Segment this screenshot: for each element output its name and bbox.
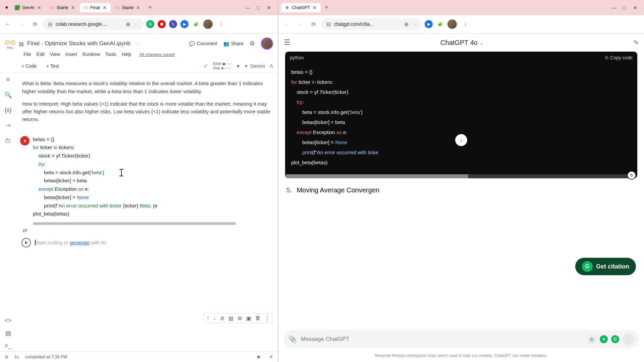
variables-icon[interactable]: {x} [4,107,11,114]
tab-starte1[interactable]: ⊙⊙ Starte ✕ [46,3,79,12]
menu-tools[interactable]: Tools [105,52,116,57]
menu-help[interactable]: Help [122,52,131,57]
move-down-icon[interactable]: ↓ [213,315,216,321]
more-icon[interactable]: ⋮ [265,315,270,321]
forward-button[interactable]: → [294,19,305,29]
tab-final[interactable]: ⊙⊙ Final ✕ [80,3,111,12]
menu-icon[interactable]: ⋮ [460,19,471,29]
maximize-icon[interactable]: □ [255,4,262,11]
back-button[interactable]: ← [3,19,13,29]
code-icon[interactable]: <> [4,317,11,324]
close-status-icon[interactable]: ✕ [269,354,273,359]
notebook-content[interactable]: What is Beta: Beta measures a stock's vo… [16,73,278,351]
toc-icon[interactable]: ≡ [6,76,10,83]
minimize-icon[interactable]: — [244,4,251,11]
url-input[interactable]: ⊟ colab.research.google.... ⊕ ☆ [43,18,144,30]
mirror-icon[interactable]: ▣ [246,315,251,321]
generate-link[interactable]: generate [70,240,90,245]
minimize-icon[interactable]: — [610,4,617,11]
resources-indicator[interactable]: RAM Disk [213,62,232,70]
close-window-icon[interactable]: ✕ [632,4,639,11]
sidebar-toggle-icon[interactable]: ☰ [284,38,290,47]
close-icon[interactable]: ✕ [70,5,76,10]
run-button[interactable] [21,238,31,247]
extensions-icon[interactable]: 🧩 [436,20,444,28]
chat-body[interactable]: python ⎘ Copy code betas = {} for ticker… [278,52,644,325]
menu-insert[interactable]: Insert [65,52,77,57]
code-cell[interactable]: ■ betas = {} for ticker in tickers: stoc… [20,135,274,219]
menu-icon[interactable]: ⋮ [216,19,227,29]
close-icon[interactable]: ✕ [102,5,107,10]
star-icon[interactable]: ☆ [135,41,140,47]
gemini-button[interactable]: ✦ Gemini [244,63,265,69]
extensions-icon[interactable]: 🧩 [192,20,200,28]
get-citation-button[interactable]: G Get citation [575,258,636,275]
ext-icon-play[interactable]: ▶ [180,20,189,28]
tabs-dropdown-icon[interactable]: ▾ [3,3,11,12]
reload-button[interactable]: ⟳ [308,19,319,29]
toggle-icon[interactable]: ⇄ [23,227,274,233]
menu-view[interactable]: View [50,52,60,57]
copy-code-button[interactable]: ⎘ Copy code [605,55,633,60]
user-avatar[interactable] [261,38,273,50]
shell-icon[interactable]: >_ [5,342,12,349]
notebook-title[interactable]: Final - Optimize Stocks with GenAI.ipynb [27,40,130,47]
scroll-down-button[interactable]: ↓ [455,134,467,146]
new-tab-button[interactable]: + [145,2,155,13]
tab-genai[interactable]: △ GenAI ✕ [11,3,45,12]
refresh-icon[interactable]: ↻ [627,171,636,180]
send-button[interactable]: ↑ [623,334,634,345]
save-status[interactable]: All changes saved [139,52,175,57]
code-body[interactable]: betas = {} for ticker in tickers: stock … [285,64,637,174]
terminal-icon[interactable]: ▤ [5,329,11,337]
zoom-icon[interactable]: ⊕ [403,21,409,27]
dropdown-icon[interactable]: ▾ [237,63,239,69]
attach-icon[interactable]: 📎 [288,335,297,343]
maximize-icon[interactable]: □ [621,4,628,11]
chat-input[interactable] [301,336,583,343]
tab-chatgpt[interactable]: ⊛ ChatGPT ✕ [281,3,321,12]
ext-icon-blue[interactable]: 𝕏 [169,20,177,28]
adblock-icon[interactable]: ⬢ [158,20,166,28]
files-icon[interactable]: 🗀 [5,137,11,144]
colab-logo[interactable]: ⊙⊙ PRO [5,38,15,49]
back-button[interactable]: ← [281,19,292,29]
forward-button[interactable]: → [16,19,27,29]
menu-edit[interactable]: Edit [37,52,45,57]
bookmark-star-icon[interactable]: ☆ [133,21,140,27]
add-text-button[interactable]: + Text [44,62,62,70]
close-icon[interactable]: ✕ [312,5,317,10]
stop-button[interactable]: ■ [20,136,30,145]
empty-code-cell[interactable]: Start coding or generate with AI. [20,237,274,249]
settings-icon[interactable]: ⚙ [237,315,242,321]
power-icon[interactable]: ⏻ [587,335,596,344]
secrets-icon[interactable]: ⊸ [6,122,11,129]
profile-avatar[interactable] [447,19,457,29]
site-info-icon[interactable]: ⊟ [47,21,53,27]
close-icon[interactable]: ✕ [136,5,141,10]
url-input[interactable]: ⊟ chatgpt.com/c/8a... ⊕ ☆ [321,18,422,30]
new-chat-icon[interactable]: ✎ [634,39,639,46]
site-info-icon[interactable]: ⊟ [325,21,331,27]
menu-file[interactable]: File [23,52,31,57]
profile-avatar[interactable] [203,19,213,29]
grammarly-icon[interactable]: G [146,20,154,28]
collapse-icon[interactable]: ᐱ [270,63,273,69]
add-code-button[interactable]: + Code [19,62,40,70]
code-hscroll[interactable] [286,174,637,178]
menu-runtime[interactable]: Runtime [83,52,100,57]
close-window-icon[interactable]: ✕ [266,4,272,11]
comment-button[interactable]: 💬 Comment [189,41,217,46]
grammarly-input-icon[interactable]: ✦ [600,335,608,343]
zoom-icon[interactable]: ⊕ [125,21,131,27]
close-icon[interactable]: ✕ [37,5,42,10]
error-icon[interactable]: ⊘ [5,354,8,359]
move-up-icon[interactable]: ↑ [207,315,209,321]
model-selector[interactable]: ChatGPT 4o ⌄ [294,39,630,47]
code-editor[interactable]: betas = {} for ticker in tickers: stock … [33,135,274,219]
horizontal-scrollbar[interactable] [33,222,236,225]
new-tab-button[interactable]: + [321,2,332,13]
delete-icon[interactable]: 🗑 [255,315,261,321]
share-button[interactable]: 👥 Share [223,41,244,46]
tab-starte2[interactable]: ⊙⊙ Starte ✕ [111,3,145,12]
